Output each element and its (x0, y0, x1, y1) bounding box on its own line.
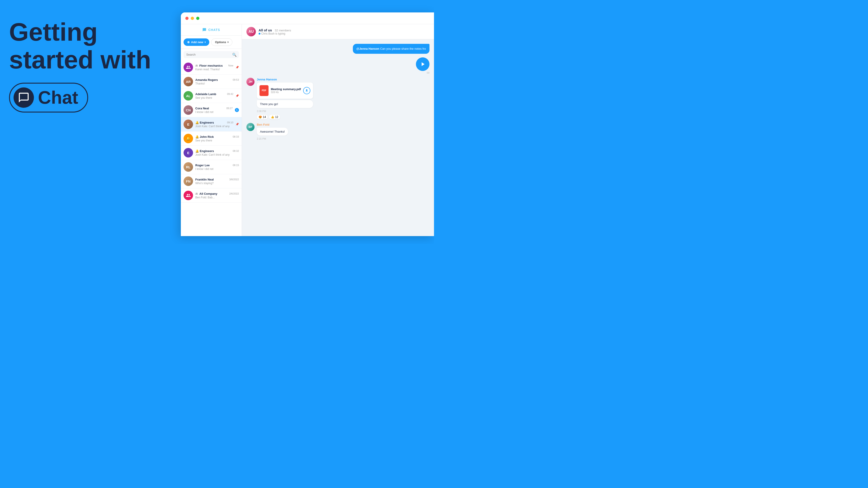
chat-name-franklin: Franklin Neal (195, 178, 214, 181)
typing-status: Chris Bush is typing (261, 32, 285, 35)
chat-info-engineers: 🔔 Engineers 09:10 Josh Kale: Can't think… (195, 121, 233, 128)
chat-item-cora[interactable]: CN Cora Neal 09:27 I know i did not 1 (181, 103, 242, 117)
chat-name-engineers: 🔔 Engineers (195, 121, 214, 124)
messages-area: @Jenna Hanson Can you please share the n… (242, 39, 434, 236)
audio-duration: 00 (416, 71, 430, 74)
add-new-chevron: ▾ (205, 41, 206, 43)
msg-outgoing-1: @Jenna Hanson Can you please share the n… (353, 44, 430, 54)
badge-cora: 1 (235, 108, 239, 112)
jenna-name: Jenna Hanson (257, 78, 313, 81)
chat-item-engineers[interactable]: E 🔔 Engineers 09:10 Josh Kale: Can't thi… (181, 117, 242, 131)
chat-info-roger: Roger Lee 08:15 I know i did not (195, 164, 239, 170)
chat-preview-roger: I know i did not (195, 167, 239, 170)
chat-item-floor-mechanics[interactable]: Floor mechanics Now Karen read: Thanks! … (181, 60, 242, 74)
chat-time-engineers: 09:10 (227, 121, 233, 124)
chat-preview-engineers2: Josh Kale: Can't think of any (195, 153, 239, 156)
chat-avatar-allcompany (184, 191, 193, 200)
chat-preview-franklin: Who's staying? (195, 182, 239, 185)
chat-item-adelaide[interactable]: AL Adelaide Lamb 09:42 See you there 📌 (181, 89, 242, 103)
chat-preview-amanda: Thanks! (195, 82, 239, 85)
chat-avatar-john: 🔔 (184, 134, 193, 143)
chat-info-amanda: Amanda Rogers 09:53 Thanks! (195, 78, 239, 85)
sidebar-title: CHATS (208, 28, 220, 32)
chat-time-franklin: 3/8/2022 (229, 178, 239, 181)
pin-icon-engineers: 📌 (236, 123, 239, 126)
chat-badge: Chat (9, 83, 88, 112)
options-button[interactable]: Options ▾ (211, 38, 232, 46)
download-button[interactable] (303, 87, 310, 94)
jenna-text-bubble: There you go! (257, 100, 313, 108)
search-icon: 🔍 (232, 53, 237, 57)
chat-time-adelaide: 09:42 (227, 93, 233, 95)
msg-received-ben: BF Ben Fold Awesome! Thanks! 2:15 PM (246, 123, 430, 140)
pin-icon-adelaide: 📌 (236, 94, 239, 97)
panel-info: All of us 32 members Chris Bush is typin… (258, 28, 430, 35)
chat-list: Floor mechanics Now Karen read: Thanks! … (181, 60, 242, 236)
reaction-thumbs[interactable]: 👍 12 (269, 115, 280, 119)
traffic-light-green[interactable] (196, 17, 199, 20)
chat-avatar-engineers: E (184, 120, 193, 129)
jenna-msg-time: 2:08 PM (257, 110, 313, 112)
chat-item-roger[interactable]: RL Roger Lee 08:15 I know i did not (181, 160, 242, 174)
jenna-content: Jenna Hanson PDF Meeting summary.pdf 328… (257, 78, 313, 119)
mention-jenna: @Jenna Hanson (356, 47, 379, 51)
chat-info-cora: Cora Neal 09:27 I know i did not (195, 107, 232, 113)
chat-avatar-engineers2: E (184, 148, 193, 158)
chat-name-john: 🔔 John Rick (195, 135, 214, 138)
chat-time-floor: Now (228, 64, 233, 67)
sidebar-actions: ⊕ Add new ▾ Options ▾ (181, 36, 242, 49)
chat-info-john: 🔔 John Rick 08:33 See you there (195, 135, 239, 142)
chat-info-allcompany: All Company 2/6/2022 Ben Fold: Bab... (195, 192, 239, 199)
chat-item-amanda[interactable]: AR Amanda Rogers 09:53 Thanks! (181, 74, 242, 89)
app-window: CHATS ⊕ Add new ▾ Options ▾ 🔍 (181, 12, 434, 236)
sidebar: CHATS ⊕ Add new ▾ Options ▾ 🔍 (181, 24, 242, 236)
chat-item-engineers2[interactable]: E 🔔 Engineers 08:32 Josh Kale: Can't thi… (181, 146, 242, 160)
chat-item-john[interactable]: 🔔 🔔 John Rick 08:33 See you there (181, 131, 242, 146)
chat-time-engineers2: 08:32 (232, 150, 239, 152)
ben-avatar: BF (246, 123, 254, 131)
chat-name-allcompany: All Company (195, 192, 217, 195)
chat-preview-allcompany: Ben Fold: Bab... (195, 196, 239, 199)
sidebar-header: CHATS (181, 24, 242, 36)
chat-name-adelaide: Adelaide Lamb (195, 92, 216, 96)
panel-avatar-img: AU (246, 27, 256, 36)
chat-item-franklin[interactable]: FN Franklin Neal 3/8/2022 Who's staying? (181, 174, 242, 188)
chat-info-floor: Floor mechanics Now Karen read: Thanks! (195, 64, 233, 71)
audio-msg[interactable] (416, 57, 430, 71)
chat-info-engineers2: 🔔 Engineers 08:32 Josh Kale: Can't think… (195, 149, 239, 156)
file-size: 328 Kb (271, 91, 301, 94)
chat-avatar-amanda: AR (184, 77, 193, 86)
chat-item-allcompany[interactable]: All Company 2/6/2022 Ben Fold: Bab... (181, 188, 242, 203)
hero-title: Getting started with (9, 18, 163, 74)
panel-avatar: AU (246, 27, 256, 36)
group-icon (186, 65, 191, 70)
ben-name: Ben Fold (257, 123, 288, 126)
chat-preview-john: See you there (195, 139, 239, 142)
chat-panel: AU All of us 32 members Chris Bush is ty… (242, 24, 434, 236)
typing-indicator-dot (258, 33, 260, 35)
chat-time-cora: 09:27 (226, 107, 232, 109)
reaction-heart[interactable]: 😍 14 (257, 115, 268, 119)
search-input[interactable] (184, 51, 239, 58)
chat-preview-engineers: Josh Kale: Can't think of any (195, 125, 233, 128)
panel-status: Chris Bush is typing (258, 32, 430, 35)
pin-icon-floor: 📌 (236, 66, 239, 69)
add-new-button[interactable]: ⊕ Add new ▾ (184, 38, 209, 46)
chat-name-cora: Cora Neal (195, 107, 209, 110)
pdf-icon: PDF (259, 85, 269, 96)
thumbs-count: 12 (275, 116, 278, 119)
heart-emoji: 😍 (258, 116, 262, 119)
chat-time-allcompany: 2/6/2022 (229, 192, 239, 195)
chat-name-engineers2: 🔔 Engineers (195, 149, 214, 153)
traffic-light-yellow[interactable] (191, 17, 194, 20)
options-chevron: ▾ (227, 41, 228, 43)
chat-name-amanda: Amanda Rogers (195, 78, 218, 82)
traffic-light-red[interactable] (185, 17, 188, 20)
chat-avatar-adelaide: AL (184, 91, 193, 101)
chat-time-amanda: 09:53 (232, 78, 239, 81)
heart-count: 14 (263, 116, 266, 119)
thumbs-emoji: 👍 (271, 116, 274, 119)
file-name: Meeting summary.pdf (271, 88, 301, 91)
chat-info-franklin: Franklin Neal 3/8/2022 Who's staying? (195, 178, 239, 185)
chat-avatar-cora: CN (184, 105, 193, 115)
